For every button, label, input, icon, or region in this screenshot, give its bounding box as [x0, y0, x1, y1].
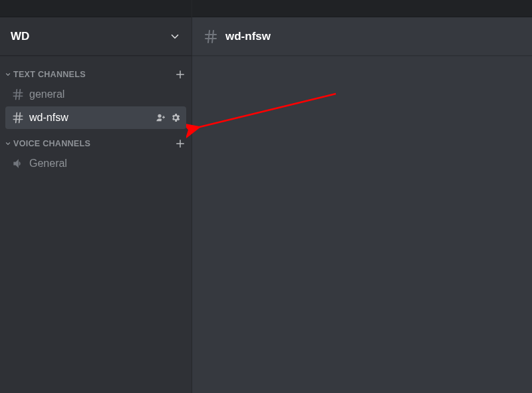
app-root: WD TEXT CHANNELS general: [0, 0, 532, 393]
channel-list: TEXT CHANNELS general wd-nfsw: [0, 56, 192, 393]
chevron-down-icon: [4, 71, 12, 78]
category-label: VOICE CHANNELS: [12, 139, 174, 148]
speaker-icon: [11, 157, 25, 170]
chevron-down-icon: [4, 140, 12, 147]
voice-channel-general[interactable]: General: [5, 152, 186, 175]
server-header[interactable]: WD: [0, 17, 192, 56]
svg-line-9: [19, 113, 21, 123]
window-titlebar-right: [192, 0, 532, 17]
svg-line-4: [16, 90, 17, 100]
hash-icon: [203, 29, 219, 45]
main-pane: wd-nfsw: [192, 0, 532, 393]
window-titlebar-left: [0, 0, 192, 17]
channel-wd-nfsw[interactable]: wd-nfsw: [5, 106, 186, 129]
add-channel-icon[interactable]: [174, 68, 186, 80]
server-name: WD: [11, 30, 169, 43]
category-label: TEXT CHANNELS: [12, 70, 174, 79]
message-area: [192, 56, 532, 393]
category-voice-channels[interactable]: VOICE CHANNELS: [0, 136, 192, 152]
hash-icon: [11, 111, 25, 124]
chevron-down-icon: [169, 31, 181, 43]
channel-name: General: [29, 158, 181, 170]
channel-general[interactable]: general: [5, 83, 186, 106]
svg-line-15: [212, 31, 213, 43]
channel-name: general: [29, 88, 181, 100]
svg-line-14: [208, 31, 209, 43]
category-text-channels[interactable]: TEXT CHANNELS: [0, 66, 192, 82]
gear-icon[interactable]: [170, 112, 181, 123]
add-channel-icon[interactable]: [174, 138, 186, 150]
channel-header: wd-nfsw: [192, 17, 532, 56]
current-channel-title: wd-nfsw: [225, 30, 271, 43]
svg-line-5: [19, 90, 21, 100]
sidebar: WD TEXT CHANNELS general: [0, 0, 192, 393]
hash-icon: [11, 88, 25, 101]
channel-name: wd-nfsw: [29, 112, 156, 124]
create-invite-icon[interactable]: [156, 112, 166, 123]
svg-line-8: [16, 113, 17, 123]
